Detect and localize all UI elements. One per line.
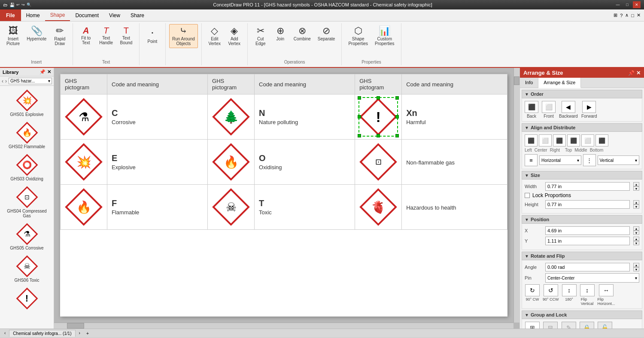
shape-properties-button[interactable]: ⬡ ShapeProperties — [345, 24, 371, 48]
y-down-arrow[interactable]: ▼ — [633, 241, 639, 245]
menu-share[interactable]: Share — [125, 9, 149, 21]
x-spinner[interactable]: ▲ ▼ — [633, 226, 639, 235]
panel-win-controls[interactable]: 📌 ✕ — [628, 70, 641, 76]
back-button[interactable]: ⬛ Back — [525, 101, 538, 119]
handle-mr[interactable] — [395, 115, 399, 119]
unlock-button[interactable]: 🔓 UnLock — [597, 322, 613, 329]
tab-info[interactable]: Info — [520, 78, 538, 88]
pin-dropdown[interactable]: Center-Center ▾ — [545, 273, 639, 283]
lock-checkbox[interactable] — [525, 193, 530, 198]
flip-vertical-button[interactable]: ↕ FlipVertical — [580, 284, 595, 306]
x-input[interactable]: 4.69 in — [545, 226, 630, 235]
height-spinner[interactable]: ▲ ▼ — [633, 200, 639, 209]
library-item-ghs02[interactable]: 🔥 GHS02 Flammable — [2, 120, 52, 150]
y-up-arrow[interactable]: ▲ — [633, 237, 639, 241]
x-up-arrow[interactable]: ▲ — [633, 226, 639, 231]
horizontal-dropdown[interactable]: Horizontal ▾ — [539, 155, 581, 165]
library-close-icon[interactable]: ✕ — [47, 69, 51, 75]
library-pin-icon[interactable]: 📌 — [39, 69, 46, 75]
align-bottom-button[interactable]: ⬛ — [595, 134, 608, 146]
maximize-button[interactable]: □ — [623, 1, 631, 8]
insert-picture-button[interactable]: 🖼 InsertPicture — [3, 24, 23, 48]
separate-button[interactable]: ⊘ Separate — [315, 24, 338, 43]
window-controls[interactable]: — □ ✕ — [614, 1, 641, 8]
text-handle-button[interactable]: T TextHandle — [96, 24, 116, 47]
hscroll-thumb[interactable] — [67, 323, 84, 329]
lock-button[interactable]: 🔒 Lock — [579, 322, 595, 329]
group-button[interactable]: ⊞ Group — [525, 322, 540, 329]
canvas-tab[interactable]: Chemical safety infogra... (1/1) — [9, 330, 75, 337]
vertical-align-icon[interactable]: ⋮ — [583, 154, 596, 166]
handle-br[interactable] — [395, 134, 399, 137]
handle-ml[interactable] — [358, 115, 361, 119]
menu-view[interactable]: View — [104, 9, 125, 21]
align-top-button[interactable]: ⬛ — [567, 134, 580, 146]
cell-gas-icon[interactable]: ⊡ — [355, 140, 402, 185]
handle-tl[interactable] — [358, 96, 361, 100]
align-center-button[interactable]: ⬜ — [539, 134, 552, 146]
y-input[interactable]: 1.11 in — [545, 237, 630, 245]
width-up-arrow[interactable]: ▲ — [633, 182, 639, 186]
cell-toxic-icon[interactable]: ☠ — [208, 185, 255, 230]
rotate-90cw-button[interactable]: ↻ 90° CW — [525, 284, 540, 306]
join-button[interactable]: ⊕ Join — [271, 24, 290, 43]
run-around-objects-button[interactable]: ⤷ Run AroundObjects — [169, 24, 198, 48]
cell-health-icon[interactable]: 🫀 — [355, 185, 402, 230]
y-spinner[interactable]: ▲ ▼ — [633, 237, 639, 245]
angle-input[interactable]: 0.00 rad — [545, 263, 630, 271]
edit-group-button[interactable]: ✎ EditGroup — [561, 322, 577, 329]
x-down-arrow[interactable]: ▼ — [633, 231, 639, 235]
vscroll-thumb[interactable] — [514, 76, 519, 85]
handle-bl[interactable] — [358, 134, 361, 137]
ungroup-button[interactable]: ⊟ UnGroup — [543, 322, 559, 329]
vertical-dropdown[interactable]: Vertical ▾ — [598, 155, 640, 165]
handle-bc[interactable] — [377, 134, 380, 137]
cell-corrosive-icon[interactable]: ⚗ — [61, 94, 107, 140]
cut-edge-button[interactable]: ✂ CutEdge — [251, 24, 270, 48]
exclamation-diamond[interactable]: ! — [361, 100, 395, 134]
angle-up-arrow[interactable]: ▲ — [633, 263, 639, 267]
library-controls[interactable]: 📌 ✕ — [39, 69, 51, 75]
forward-button[interactable]: ▶ Forward — [581, 101, 597, 119]
size-section-header[interactable]: ▼ Size — [522, 171, 642, 180]
width-input[interactable]: 0.77 in — [545, 182, 630, 191]
library-item-ghs06[interactable]: ☠ GHS06 Toxic — [2, 253, 52, 284]
hypernote-button[interactable]: 📎 Hypernote — [24, 24, 49, 43]
tab-nav-next[interactable]: › — [77, 330, 82, 336]
library-nav-next[interactable]: › — [5, 78, 7, 84]
library-item-ghs01[interactable]: 💥 GHS01 Explosive — [2, 88, 52, 118]
menu-home[interactable]: Home — [21, 9, 45, 21]
combine-button[interactable]: ⊗ Combine — [291, 24, 314, 43]
library-dropdown[interactable]: GHS hazar... ▾ — [9, 78, 52, 84]
menu-shape[interactable]: Shape — [45, 9, 70, 21]
library-item-ghs07[interactable]: ! — [2, 286, 52, 311]
add-tab-button[interactable]: + — [86, 331, 89, 336]
library-item-ghs04[interactable]: ⊡ GHS04 Compressed Gas — [2, 184, 52, 219]
minimize-button[interactable]: — — [614, 1, 622, 8]
library-item-ghs05[interactable]: ⚗ GHS05 Corrosive — [2, 221, 52, 252]
align-section-header[interactable]: ▼ Align and Distribute — [522, 123, 642, 132]
rotate-section-header[interactable]: ▼ Rotate and Flip — [522, 252, 642, 260]
height-down-arrow[interactable]: ▼ — [633, 204, 639, 209]
rotate-180-button[interactable]: ↕ 180° — [562, 284, 577, 306]
handle-tr[interactable] — [395, 96, 399, 100]
angle-down-arrow[interactable]: ▼ — [633, 267, 639, 271]
tab-arrange-size[interactable]: Arrange & Size — [538, 78, 581, 88]
library-item-ghs03[interactable]: ⭕ GHS03 Oxidizing — [2, 152, 52, 183]
text-bound-button[interactable]: T TextBound — [117, 24, 136, 47]
angle-spinner[interactable]: ▲ ▼ — [633, 263, 639, 271]
rotate-90ccw-button[interactable]: ↺ 90° CCW — [543, 284, 559, 306]
width-down-arrow[interactable]: ▼ — [633, 186, 639, 191]
height-input[interactable]: 0.77 in — [545, 200, 630, 209]
panel-close-icon[interactable]: ✕ — [636, 70, 641, 76]
library-nav-prev[interactable]: ‹ — [2, 78, 3, 84]
position-section-header[interactable]: ▼ Position — [522, 215, 642, 224]
height-up-arrow[interactable]: ▲ — [633, 200, 639, 204]
horizontal-scrollbar[interactable] — [54, 323, 513, 329]
point-button[interactable]: · Point — [143, 24, 162, 46]
group-section-header[interactable]: ▼ Group and Lock — [522, 311, 642, 319]
rapid-draw-button[interactable]: ✏ RapidDraw — [50, 24, 69, 48]
edit-vertex-button[interactable]: ◇ EditVertex — [205, 24, 224, 48]
align-middle-button[interactable]: ⬜ — [581, 134, 594, 146]
width-spinner[interactable]: ▲ ▼ — [633, 182, 639, 191]
